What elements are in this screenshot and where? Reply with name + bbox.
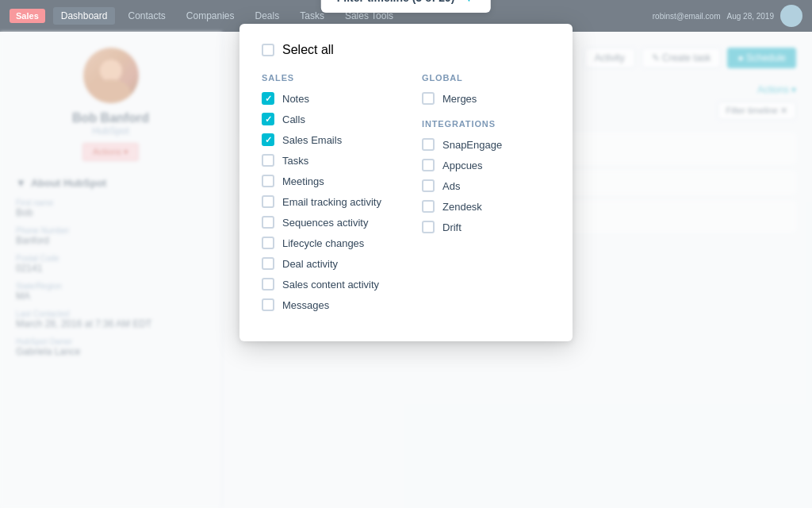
snapengage-label[interactable]: SnapEngage — [442, 139, 502, 151]
tasks-label[interactable]: Tasks — [282, 155, 308, 167]
snapengage-checkbox[interactable] — [422, 138, 435, 151]
checkbox-meetings[interactable]: Meetings — [262, 175, 390, 187]
select-all-row[interactable]: Select all — [262, 43, 550, 57]
dropdown-chevron-icon: ▼ — [462, 0, 475, 5]
checkbox-sequences[interactable]: Sequences activity — [262, 216, 390, 229]
checkbox-sales-emails[interactable]: Sales Emails — [262, 133, 390, 146]
checkbox-merges[interactable]: Merges — [422, 92, 550, 105]
select-all-label[interactable]: Select all — [282, 43, 334, 57]
zendesk-checkbox[interactable] — [422, 200, 435, 213]
ads-label[interactable]: Ads — [442, 180, 460, 192]
two-column-layout: SALES Notes Calls Sales Emails Tasks — [262, 73, 550, 319]
email-tracking-checkbox[interactable] — [262, 195, 274, 208]
filter-header-bar[interactable]: Filter timeline (3 of 29) ▼ — [321, 0, 491, 13]
checkbox-drift[interactable]: Drift — [422, 221, 550, 233]
filter-dropdown-popup: Filter timeline (3 of 29) ▼ Select all S… — [239, 24, 573, 341]
appcues-checkbox[interactable] — [422, 159, 435, 171]
filter-header-label: Filter timeline (3 of 29) — [337, 0, 455, 4]
drift-label[interactable]: Drift — [442, 221, 462, 233]
global-integrations-column: GLOBAL Merges INTEGRATIONS SnapEngage Ap… — [422, 73, 550, 319]
sales-column: SALES Notes Calls Sales Emails Tasks — [262, 73, 390, 319]
calls-checkbox[interactable] — [262, 113, 274, 125]
email-tracking-label[interactable]: Email tracking activity — [282, 196, 381, 208]
checkbox-lifecycle[interactable]: Lifecycle changes — [262, 237, 390, 249]
meetings-checkbox[interactable] — [262, 175, 274, 187]
sequences-checkbox[interactable] — [262, 216, 274, 229]
messages-checkbox[interactable] — [262, 298, 274, 311]
tasks-checkbox[interactable] — [262, 154, 274, 167]
appcues-label[interactable]: Appcues — [442, 160, 483, 171]
notes-label[interactable]: Notes — [282, 93, 309, 105]
checkbox-tasks[interactable]: Tasks — [262, 154, 390, 167]
merges-checkbox[interactable] — [422, 92, 435, 105]
checkbox-sales-content[interactable]: Sales content activity — [262, 278, 390, 291]
checkbox-snapengage[interactable]: SnapEngage — [422, 138, 550, 151]
merges-label[interactable]: Merges — [442, 93, 477, 105]
ads-checkbox[interactable] — [422, 179, 435, 192]
lifecycle-checkbox[interactable] — [262, 237, 274, 249]
sequences-label[interactable]: Sequences activity — [282, 217, 368, 229]
checkbox-deal-activity[interactable]: Deal activity — [262, 257, 390, 270]
checkbox-email-tracking[interactable]: Email tracking activity — [262, 195, 390, 208]
deal-activity-label[interactable]: Deal activity — [282, 258, 338, 270]
sales-content-label[interactable]: Sales content activity — [282, 279, 379, 291]
lifecycle-label[interactable]: Lifecycle changes — [282, 237, 364, 249]
checkbox-messages[interactable]: Messages — [262, 298, 390, 311]
global-section-title: GLOBAL — [422, 73, 550, 83]
zendesk-label[interactable]: Zendesk — [442, 201, 482, 213]
sales-emails-label[interactable]: Sales Emails — [282, 134, 342, 146]
checkbox-appcues[interactable]: Appcues — [422, 159, 550, 171]
meetings-label[interactable]: Meetings — [282, 175, 324, 187]
checkbox-notes[interactable]: Notes — [262, 92, 390, 105]
content-area: Bob Banford HubSpot Actions ▾ ▼ About Hu… — [0, 32, 812, 508]
sales-emails-checkbox[interactable] — [262, 133, 274, 146]
integrations-section-title: INTEGRATIONS — [422, 119, 550, 129]
sales-section-title: SALES — [262, 73, 390, 83]
checkbox-ads[interactable]: Ads — [422, 179, 550, 192]
sales-content-checkbox[interactable] — [262, 278, 274, 291]
calls-label[interactable]: Calls — [282, 114, 305, 125]
select-all-checkbox[interactable] — [262, 44, 274, 56]
messages-label[interactable]: Messages — [282, 299, 329, 311]
deal-activity-checkbox[interactable] — [262, 257, 274, 270]
drift-checkbox[interactable] — [422, 221, 435, 233]
notes-checkbox[interactable] — [262, 92, 274, 105]
checkbox-zendesk[interactable]: Zendesk — [422, 200, 550, 213]
checkbox-calls[interactable]: Calls — [262, 113, 390, 125]
